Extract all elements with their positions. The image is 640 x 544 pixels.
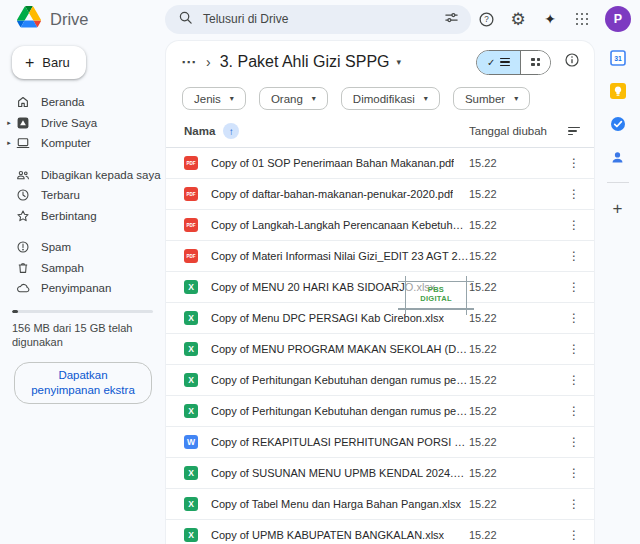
filter-chip-dimodifikasi[interactable]: Dimodifikasi▾ — [341, 87, 440, 110]
sidebar-item-terbaru[interactable]: Terbaru — [0, 185, 165, 206]
sidebar-item-komputer[interactable]: ▸ Komputer — [0, 133, 165, 154]
sort-direction-icon[interactable] — [568, 125, 580, 138]
expand-arrow-icon[interactable]: ▸ — [4, 139, 14, 147]
file-type-icon: PDF — [184, 156, 198, 170]
get-more-storage-button[interactable]: Dapatkan penyimpanan ekstra — [14, 362, 152, 404]
check-icon: ✓ — [487, 57, 495, 68]
file-row[interactable]: W Copy of REKAPITULASI PERHITUNGAN PORSI… — [166, 427, 594, 458]
apps-grid-icon[interactable] — [573, 10, 591, 28]
search-options-icon[interactable] — [444, 10, 459, 29]
file-modified-time: 15.22 — [469, 312, 554, 324]
storage-progress-bar — [12, 310, 153, 313]
filter-chip-sumber[interactable]: Sumber▾ — [453, 87, 530, 110]
settings-icon[interactable]: ⚙ — [509, 10, 527, 28]
file-name: Copy of REKAPITULASI PERHITUNGAN PORSI S… — [211, 436, 469, 448]
file-more-actions-icon[interactable]: ⋮ — [568, 343, 580, 355]
file-more-actions-icon[interactable]: ⋮ — [568, 250, 580, 262]
file-more-actions-icon[interactable]: ⋮ — [568, 219, 580, 231]
breadcrumb-more-icon[interactable]: ⋯ — [181, 53, 197, 71]
get-add-ons-icon[interactable]: + — [613, 200, 623, 217]
computers-icon — [15, 136, 30, 151]
top-bar-actions: ? ⚙ ✦ P — [477, 6, 640, 32]
file-row[interactable]: X Copy of SUSUNAN MENU UPMB KENDAL 2024.… — [166, 458, 594, 489]
filter-chips: Jenis▾ Orang▾ Dimodifikasi▾ Sumber▾ — [166, 77, 594, 110]
sidebar-item-sampah[interactable]: Sampah — [0, 258, 165, 279]
list-view-button[interactable]: ✓ — [477, 51, 520, 74]
expand-arrow-icon[interactable]: ▸ — [4, 119, 14, 127]
file-type-icon: X — [184, 528, 198, 542]
file-type-icon: X — [184, 342, 198, 356]
contacts-icon[interactable] — [610, 149, 626, 165]
file-more-actions-icon[interactable]: ⋮ — [568, 157, 580, 169]
sidebar-item-berbintang[interactable]: Berbintang — [0, 206, 165, 227]
chevron-down-icon: ▾ — [424, 94, 428, 103]
svg-text:?: ? — [484, 15, 489, 24]
file-name: Copy of Materi Informasi Nilai Gizi_EDIT… — [211, 250, 469, 262]
sidebar-item-drive-saya[interactable]: ▸ Drive Saya — [0, 113, 165, 134]
file-more-actions-icon[interactable]: ⋮ — [568, 312, 580, 324]
filter-chip-orang[interactable]: Orang▾ — [259, 87, 328, 110]
drive-brand: Drive — [0, 6, 165, 32]
sidebar-item-dibagikan[interactable]: Dibagikan kepada saya — [0, 165, 165, 186]
chevron-down-icon: ▾ — [230, 94, 234, 103]
help-icon[interactable]: ? — [477, 10, 495, 28]
file-more-actions-icon[interactable]: ⋮ — [568, 281, 580, 293]
file-modified-time: 15.22 — [469, 343, 554, 355]
folder-menu-caret-icon[interactable]: ▾ — [397, 57, 402, 67]
search-placeholder: Telusuri di Drive — [203, 12, 434, 26]
file-more-actions-icon[interactable]: ⋮ — [568, 498, 580, 510]
file-more-actions-icon[interactable]: ⋮ — [568, 374, 580, 386]
file-type-icon: PDF — [184, 218, 198, 232]
search-input[interactable]: Telusuri di Drive — [165, 5, 471, 34]
account-avatar[interactable]: P — [605, 6, 631, 32]
file-row[interactable]: X Copy of MENU 20 HARI KAB SIDOARJO.xlsx… — [166, 272, 594, 303]
list-view-icon — [500, 55, 510, 68]
column-header-modified[interactable]: Tanggal diubah — [469, 125, 554, 137]
file-row[interactable]: X Copy of MENU PROGRAM MAKAN SEKOLAH (DP… — [166, 334, 594, 365]
grid-view-button[interactable] — [520, 51, 550, 74]
file-row[interactable]: PDF Copy of Materi Informasi Nilai Gizi_… — [166, 241, 594, 272]
calendar-icon[interactable]: 31 — [610, 50, 626, 66]
plus-icon: + — [25, 55, 34, 71]
file-name: Copy of daftar-bahan-makanan-penukar-202… — [211, 188, 453, 200]
file-row[interactable]: X Copy of Menu DPC PERSAGI Kab Cirebon.x… — [166, 303, 594, 334]
app-title: Drive — [50, 10, 89, 29]
file-name: Copy of Perhitungan Kebutuhan dengan rum… — [211, 374, 469, 386]
file-row[interactable]: X Copy of Tabel Menu dan Harga Bahan Pan… — [166, 489, 594, 520]
view-toggle: ✓ — [476, 50, 551, 75]
spam-icon — [15, 240, 30, 255]
file-more-actions-icon[interactable]: ⋮ — [568, 436, 580, 448]
file-more-actions-icon[interactable]: ⋮ — [568, 467, 580, 479]
folder-title[interactable]: 3. Paket Ahli Gizi SPPG — [220, 53, 390, 71]
sidebar-item-spam[interactable]: Spam — [0, 237, 165, 258]
file-row[interactable]: PDF Copy of 01 SOP Penerimaan Bahan Maka… — [166, 148, 594, 179]
file-more-actions-icon[interactable]: ⋮ — [568, 529, 580, 541]
sort-ascending-icon[interactable]: ↑ — [223, 123, 239, 139]
tasks-icon[interactable] — [610, 116, 626, 132]
file-row[interactable]: PDF Copy of Langkah-Langkah Perencanaan … — [166, 210, 594, 241]
file-row[interactable]: PDF Copy of daftar-bahan-makanan-penukar… — [166, 179, 594, 210]
storage-usage-text: 156 MB dari 15 GB telah digunakan — [12, 321, 151, 351]
column-header-name[interactable]: Nama — [184, 125, 215, 137]
gemini-icon[interactable]: ✦ — [541, 10, 559, 28]
filter-chip-jenis[interactable]: Jenis▾ — [182, 87, 246, 110]
trash-icon — [15, 260, 30, 275]
file-type-icon: W — [184, 435, 198, 449]
my-drive-icon — [15, 115, 30, 130]
file-more-actions-icon[interactable]: ⋮ — [568, 188, 580, 200]
file-row[interactable]: X Copy of UPMB KABUPATEN BANGKALAN.xlsx … — [166, 520, 594, 544]
keep-icon[interactable] — [610, 83, 626, 99]
sidebar-item-penyimpanan[interactable]: Penyimpanan — [0, 278, 165, 299]
file-modified-time: 15.22 — [469, 498, 554, 510]
file-modified-time: 15.22 — [469, 467, 554, 479]
file-type-icon: X — [184, 466, 198, 480]
file-row[interactable]: X Copy of Perhitungan Kebutuhan dengan r… — [166, 396, 594, 427]
new-button[interactable]: + Baru — [12, 46, 86, 79]
file-name: Copy of MENU PROGRAM MAKAN SEKOLAH (DPC … — [211, 343, 469, 355]
file-name: Copy of Menu DPC PERSAGI Kab Cirebon.xls… — [211, 312, 444, 324]
details-info-icon[interactable] — [564, 52, 580, 72]
sidebar-item-beranda[interactable]: Beranda — [0, 92, 165, 113]
file-row[interactable]: X Copy of Perhitungan Kebutuhan dengan r… — [166, 365, 594, 396]
file-more-actions-icon[interactable]: ⋮ — [568, 405, 580, 417]
file-name: Copy of Tabel Menu dan Harga Bahan Panga… — [211, 498, 461, 510]
